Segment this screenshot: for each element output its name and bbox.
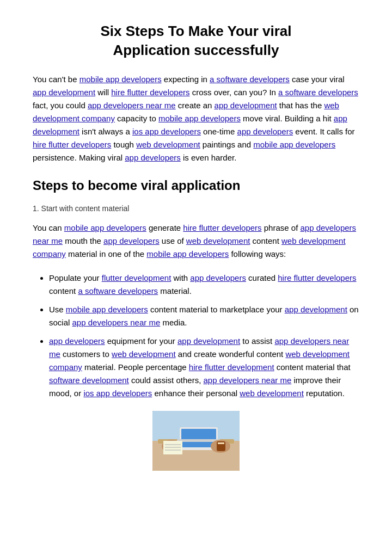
title-section: Six Steps To Make Your viral Application… (33, 22, 359, 60)
inline-link[interactable]: web development (112, 349, 176, 359)
inline-link[interactable]: app development (177, 336, 240, 346)
inline-link[interactable]: app developers near me (203, 376, 291, 385)
inline-link[interactable]: app development (215, 101, 277, 110)
step-paragraph: You can mobile app developers generate h… (33, 221, 359, 261)
inline-link[interactable]: hire flutter development (189, 362, 274, 372)
article-image (152, 411, 240, 471)
inline-link[interactable]: a software developers (78, 286, 158, 296)
inline-link[interactable]: mobile app developers (79, 75, 162, 84)
inline-link[interactable]: hire flutter developers (33, 140, 111, 149)
image-container (33, 411, 359, 471)
section-heading: Steps to become viral application (33, 175, 359, 195)
inline-link[interactable]: hire flutter developers (183, 223, 261, 232)
inline-link[interactable]: app developers (103, 236, 160, 245)
list-item: app developers equipment for your app de… (49, 335, 359, 400)
bullet-list: Populate your flutter development with a… (49, 272, 359, 400)
inline-link[interactable]: app development (33, 88, 95, 97)
inline-link[interactable]: a software developers (210, 75, 290, 84)
step-label: 1. Start with content material (33, 203, 359, 215)
inline-link[interactable]: ios app developers (83, 389, 152, 398)
inline-link[interactable]: app developers near me (88, 101, 176, 110)
main-title: Six Steps To Make Your viral Application… (33, 22, 359, 60)
svg-rect-13 (218, 442, 224, 444)
inline-link[interactable]: a software developers (278, 88, 358, 97)
inline-link[interactable]: hire flutter developers (278, 273, 356, 282)
intro-paragraph: You can't be mobile app developers expec… (33, 73, 359, 164)
inline-link[interactable]: app developers (125, 153, 181, 162)
inline-link[interactable]: mobile app developers (64, 223, 146, 232)
inline-link[interactable]: web development (186, 236, 250, 245)
inline-link[interactable]: flutter development (102, 273, 171, 282)
inline-link[interactable]: web development (240, 389, 304, 398)
inline-link[interactable]: web development (136, 140, 200, 149)
inline-link[interactable]: app development (285, 305, 347, 314)
inline-link[interactable]: software development (49, 376, 129, 385)
list-item: Use mobile app developers content materi… (49, 303, 359, 329)
inline-link[interactable]: app developers (49, 336, 105, 346)
inline-link[interactable]: mobile app developers (66, 305, 148, 314)
inline-link[interactable]: app developers near me (72, 318, 161, 327)
page-container: Six Steps To Make Your viral Application… (33, 22, 359, 471)
inline-link[interactable]: app developers (190, 273, 246, 282)
inline-link[interactable]: mobile app developers (253, 140, 335, 149)
inline-link[interactable]: ios app developers (132, 127, 201, 136)
inline-link[interactable]: app developers (237, 127, 293, 136)
inline-link[interactable]: mobile app developers (158, 114, 241, 123)
inline-link[interactable]: hire flutter developers (111, 88, 189, 97)
list-item: Populate your flutter development with a… (49, 272, 359, 298)
inline-link[interactable]: mobile app developers (146, 249, 229, 258)
svg-rect-4 (181, 429, 216, 447)
